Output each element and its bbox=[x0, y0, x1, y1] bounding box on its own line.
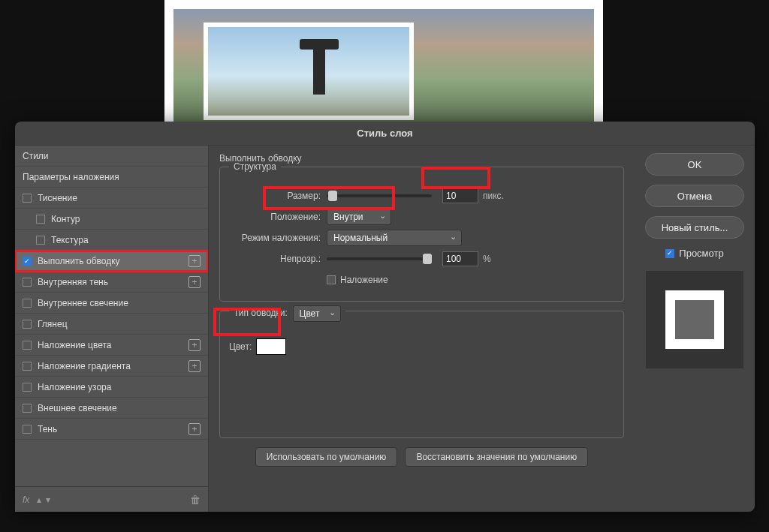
right-column: OK Отмена Новый стиль... Просмотр bbox=[635, 146, 755, 512]
sidebar-item-inner-shadow[interactable]: Внутренняя тень+ bbox=[15, 272, 208, 293]
sidebar-item-outer-glow[interactable]: Внешнее свечение bbox=[15, 398, 208, 419]
add-icon[interactable]: + bbox=[188, 339, 201, 351]
position-select[interactable]: Внутри bbox=[327, 209, 391, 225]
trash-icon[interactable]: 🗑 bbox=[190, 494, 201, 506]
make-default-button[interactable]: Использовать по умолчанию bbox=[255, 447, 398, 467]
cancel-button[interactable]: Отмена bbox=[645, 185, 744, 207]
opacity-slider[interactable] bbox=[327, 257, 432, 260]
overprint-checkbox[interactable] bbox=[327, 275, 336, 284]
sidebar-item-gradient-overlay[interactable]: Наложение градиента+ bbox=[15, 356, 208, 377]
sidebar-footer: fx ▴ ▾ 🗑 bbox=[15, 486, 208, 512]
sidebar-item-satin[interactable]: Глянец bbox=[15, 314, 208, 335]
canvas-background bbox=[164, 0, 603, 135]
arrow-down-icon[interactable]: ▾ bbox=[46, 494, 50, 505]
size-slider[interactable] bbox=[327, 194, 432, 197]
stroketype-select[interactable]: Цвет bbox=[293, 305, 341, 322]
sidebar-item-inner-glow[interactable]: Внутреннее свечение bbox=[15, 293, 208, 314]
add-icon[interactable]: + bbox=[188, 255, 201, 267]
preview-thumbnail bbox=[646, 271, 743, 368]
dialog-title: Стиль слоя bbox=[15, 122, 755, 146]
color-label: Цвет: bbox=[229, 341, 256, 352]
add-icon[interactable]: + bbox=[188, 423, 201, 435]
preview-toggle[interactable]: Просмотр bbox=[645, 248, 744, 259]
new-style-button[interactable]: Новый стиль... bbox=[645, 216, 744, 239]
color-swatch[interactable] bbox=[256, 338, 286, 355]
size-input[interactable] bbox=[442, 188, 478, 203]
add-icon[interactable]: + bbox=[188, 276, 201, 288]
sidebar-item-texture[interactable]: Текстура bbox=[15, 230, 208, 251]
structure-group: Структура Размер: пикс. Положение: Внутр… bbox=[219, 167, 624, 302]
position-label: Положение: bbox=[229, 212, 327, 222]
sidebar-item-contour[interactable]: Контур bbox=[15, 209, 208, 230]
sidebar-item-pattern-overlay[interactable]: Наложение узора bbox=[15, 377, 208, 398]
opacity-unit: % bbox=[483, 254, 491, 264]
settings-panel: Выполнить обводку Структура Размер: пикс… bbox=[209, 146, 635, 512]
filltype-group: Тип обводки: Цвет Цвет: bbox=[219, 311, 624, 438]
sidebar-styles-header[interactable]: Стили bbox=[15, 146, 208, 167]
inner-photo bbox=[204, 23, 414, 120]
sidebar-item-bevel[interactable]: Тиснение bbox=[15, 188, 208, 209]
blend-label: Режим наложения: bbox=[229, 233, 327, 243]
sidebar-item-stroke[interactable]: ✓Выполнить обводку+ bbox=[15, 251, 208, 272]
arrow-up-icon[interactable]: ▴ bbox=[37, 494, 41, 505]
sidebar: Стили Параметры наложения Тиснение Конту… bbox=[15, 146, 209, 512]
ok-button[interactable]: OK bbox=[645, 153, 744, 176]
layer-style-dialog: Стиль слоя Стили Параметры наложения Тис… bbox=[15, 122, 755, 512]
reset-default-button[interactable]: Восстановить значения по умолчанию bbox=[405, 447, 588, 467]
blend-mode-select[interactable]: Нормальный bbox=[327, 230, 462, 246]
add-icon[interactable]: + bbox=[188, 360, 201, 372]
sidebar-blending-header[interactable]: Параметры наложения bbox=[15, 167, 208, 188]
size-unit: пикс. bbox=[483, 191, 504, 201]
opacity-label: Непрозр.: bbox=[229, 254, 327, 264]
size-label: Размер: bbox=[229, 191, 327, 201]
fx-icon[interactable]: fx bbox=[23, 494, 29, 505]
opacity-input[interactable] bbox=[442, 251, 478, 266]
sidebar-item-drop-shadow[interactable]: Тень+ bbox=[15, 419, 208, 440]
statue-shape bbox=[313, 50, 325, 95]
overprint-label: Наложение bbox=[340, 275, 388, 285]
sidebar-item-color-overlay[interactable]: Наложение цвета+ bbox=[15, 335, 208, 356]
